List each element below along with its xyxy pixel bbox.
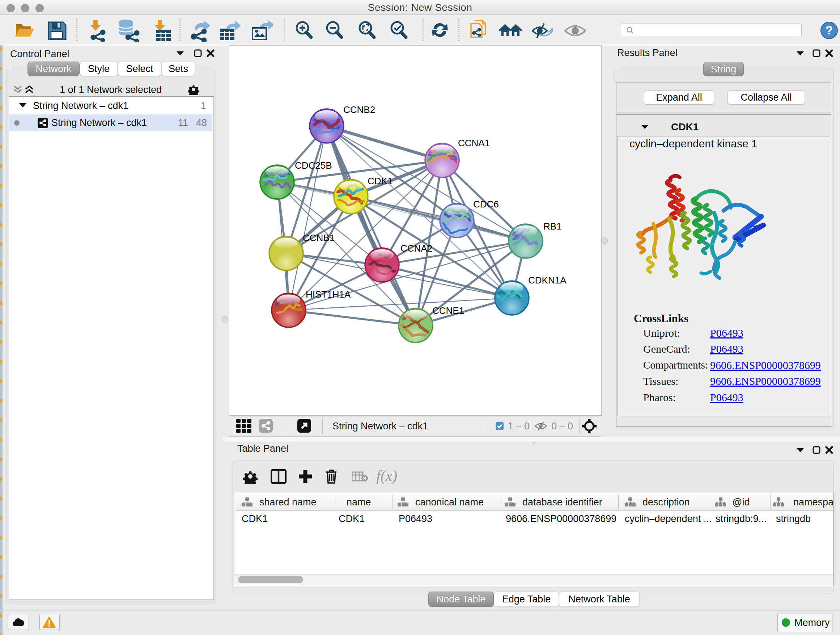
svg-text:CCNA1: CCNA1 [458,138,490,149]
svg-text:CCNA2: CCNA2 [401,243,432,254]
svg-text:CDC25B: CDC25B [295,160,332,171]
svg-text:CCNE1: CCNE1 [432,305,464,316]
svg-text:CCNB2: CCNB2 [343,104,375,115]
svg-text:CDK1: CDK1 [368,176,393,187]
svg-text:?: ? [826,23,833,37]
svg-text:CDC6: CDC6 [473,199,499,210]
svg-text:CDKN1A: CDKN1A [528,275,567,286]
svg-text:HIST1H1A: HIST1H1A [306,289,351,300]
svg-text:CCNB1: CCNB1 [303,233,335,243]
svg-text:RB1: RB1 [543,221,562,232]
